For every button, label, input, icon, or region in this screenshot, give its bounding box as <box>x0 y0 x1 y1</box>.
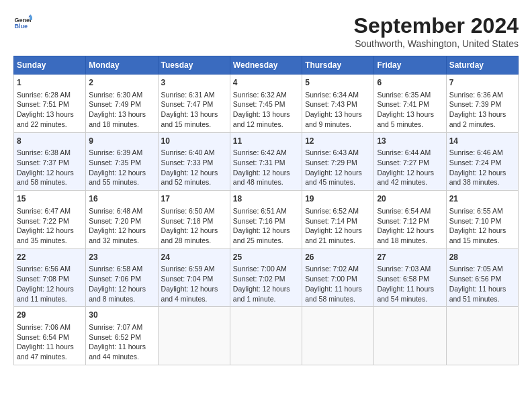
calendar-week-row: 22Sunrise: 6:56 AMSunset: 7:08 PMDayligh… <box>14 248 519 307</box>
sunrise-text: Sunrise: 6:51 AM <box>233 207 287 215</box>
calendar-cell: 9Sunrise: 6:39 AMSunset: 7:35 PMDaylight… <box>86 132 158 191</box>
sunrise-text: Sunrise: 6:42 AM <box>233 148 287 156</box>
calendar-cell: 15Sunrise: 6:47 AMSunset: 7:22 PMDayligh… <box>14 191 86 249</box>
day-number: 25 <box>233 252 299 263</box>
daylight-text: Daylight: 11 hours and 58 minutes. <box>305 285 362 303</box>
day-number: 8 <box>17 136 83 147</box>
calendar-cell <box>446 307 518 365</box>
sunrise-text: Sunrise: 6:30 AM <box>89 91 142 99</box>
day-number: 4 <box>233 77 299 89</box>
calendar-cell <box>158 307 230 365</box>
sunset-text: Sunset: 7:00 PM <box>305 275 357 283</box>
sunset-text: Sunset: 7:06 PM <box>89 275 141 283</box>
sunrise-text: Sunrise: 6:56 AM <box>17 265 71 273</box>
sunset-text: Sunset: 7:20 PM <box>89 217 141 225</box>
day-number: 12 <box>305 136 371 147</box>
calendar-cell: 14Sunrise: 6:46 AMSunset: 7:24 PMDayligh… <box>446 132 518 191</box>
day-number: 3 <box>161 77 227 89</box>
column-header-monday: Monday <box>86 56 158 75</box>
calendar-cell: 16Sunrise: 6:48 AMSunset: 7:20 PMDayligh… <box>86 191 158 249</box>
sunset-text: Sunset: 7:35 PM <box>89 158 141 167</box>
daylight-text: Daylight: 12 hours and 38 minutes. <box>449 169 506 187</box>
column-header-sunday: Sunday <box>14 56 86 75</box>
sunset-text: Sunset: 7:18 PM <box>161 217 214 225</box>
sunset-text: Sunset: 7:39 PM <box>449 100 502 108</box>
calendar-cell <box>230 307 302 365</box>
daylight-text: Daylight: 12 hours and 55 minutes. <box>89 169 146 187</box>
calendar-week-row: 8Sunrise: 6:38 AMSunset: 7:37 PMDaylight… <box>14 132 519 191</box>
day-number: 23 <box>89 252 154 263</box>
column-header-thursday: Thursday <box>302 56 374 75</box>
day-number: 2 <box>89 77 154 89</box>
sunset-text: Sunset: 7:16 PM <box>233 217 285 225</box>
sunrise-text: Sunrise: 6:34 AM <box>305 91 359 99</box>
page-header: General Blue September 2024 Southworth, … <box>13 13 519 49</box>
daylight-text: Daylight: 12 hours and 8 minutes. <box>89 285 146 303</box>
calendar-cell: 3Sunrise: 6:31 AMSunset: 7:47 PMDaylight… <box>158 75 230 133</box>
daylight-text: Daylight: 11 hours and 51 minutes. <box>449 285 506 303</box>
sunrise-text: Sunrise: 6:58 AM <box>89 265 142 273</box>
daylight-text: Daylight: 12 hours and 1 minute. <box>233 285 290 303</box>
daylight-text: Daylight: 12 hours and 25 minutes. <box>233 226 290 244</box>
day-number: 29 <box>17 310 83 321</box>
calendar-cell: 27Sunrise: 7:03 AMSunset: 6:58 PMDayligh… <box>374 248 446 307</box>
sunset-text: Sunset: 6:58 PM <box>377 275 429 283</box>
daylight-text: Daylight: 12 hours and 28 minutes. <box>161 226 218 244</box>
calendar-header-row: SundayMondayTuesdayWednesdayThursdayFrid… <box>14 56 519 75</box>
day-number: 28 <box>449 252 515 263</box>
svg-text:Blue: Blue <box>14 23 28 30</box>
calendar-cell: 29Sunrise: 7:06 AMSunset: 6:54 PMDayligh… <box>14 307 86 365</box>
sunrise-text: Sunrise: 6:31 AM <box>161 91 215 99</box>
sunrise-text: Sunrise: 7:03 AM <box>377 265 431 273</box>
daylight-text: Daylight: 12 hours and 45 minutes. <box>305 169 362 187</box>
title-section: September 2024 Southworth, Washington, U… <box>354 13 519 49</box>
sunrise-text: Sunrise: 6:35 AM <box>377 91 431 99</box>
sunset-text: Sunset: 7:33 PM <box>161 158 214 167</box>
sunrise-text: Sunrise: 6:55 AM <box>449 207 503 215</box>
calendar-cell: 24Sunrise: 6:59 AMSunset: 7:04 PMDayligh… <box>158 248 230 307</box>
sunset-text: Sunset: 7:10 PM <box>449 217 502 225</box>
calendar-cell: 30Sunrise: 7:07 AMSunset: 6:52 PMDayligh… <box>86 307 158 365</box>
sunset-text: Sunset: 7:37 PM <box>17 158 69 167</box>
sunrise-text: Sunrise: 6:40 AM <box>161 148 215 156</box>
daylight-text: Daylight: 12 hours and 48 minutes. <box>233 169 290 187</box>
daylight-text: Daylight: 12 hours and 35 minutes. <box>17 226 74 244</box>
sunrise-text: Sunrise: 7:02 AM <box>305 265 359 273</box>
calendar-table: SundayMondayTuesdayWednesdayThursdayFrid… <box>13 56 519 365</box>
sunset-text: Sunset: 7:22 PM <box>17 217 69 225</box>
daylight-text: Daylight: 13 hours and 9 minutes. <box>305 110 362 128</box>
sunrise-text: Sunrise: 6:36 AM <box>449 91 503 99</box>
daylight-text: Daylight: 12 hours and 42 minutes. <box>377 169 434 187</box>
sunset-text: Sunset: 7:08 PM <box>17 275 69 283</box>
sunrise-text: Sunrise: 6:54 AM <box>377 207 431 215</box>
calendar-cell: 17Sunrise: 6:50 AMSunset: 7:18 PMDayligh… <box>158 191 230 249</box>
calendar-week-row: 1Sunrise: 6:28 AMSunset: 7:51 PMDaylight… <box>14 75 519 133</box>
day-number: 5 <box>305 77 371 89</box>
day-number: 13 <box>377 136 443 147</box>
calendar-cell: 4Sunrise: 6:32 AMSunset: 7:45 PMDaylight… <box>230 75 302 133</box>
calendar-cell: 22Sunrise: 6:56 AMSunset: 7:08 PMDayligh… <box>14 248 86 307</box>
sunrise-text: Sunrise: 6:32 AM <box>233 91 287 99</box>
calendar-cell: 25Sunrise: 7:00 AMSunset: 7:02 PMDayligh… <box>230 248 302 307</box>
sunset-text: Sunset: 7:47 PM <box>161 100 214 108</box>
calendar-cell: 18Sunrise: 6:51 AMSunset: 7:16 PMDayligh… <box>230 191 302 249</box>
day-number: 16 <box>89 193 154 205</box>
calendar-week-row: 29Sunrise: 7:06 AMSunset: 6:54 PMDayligh… <box>14 307 519 365</box>
sunrise-text: Sunrise: 7:05 AM <box>449 265 503 273</box>
calendar-cell: 21Sunrise: 6:55 AMSunset: 7:10 PMDayligh… <box>446 191 518 249</box>
sunrise-text: Sunrise: 6:48 AM <box>89 207 142 215</box>
day-number: 22 <box>17 252 83 263</box>
sunset-text: Sunset: 7:43 PM <box>305 100 357 108</box>
day-number: 20 <box>377 193 443 205</box>
sunrise-text: Sunrise: 6:47 AM <box>17 207 71 215</box>
calendar-cell: 20Sunrise: 6:54 AMSunset: 7:12 PMDayligh… <box>374 191 446 249</box>
sunrise-text: Sunrise: 6:38 AM <box>17 148 71 156</box>
column-header-wednesday: Wednesday <box>230 56 302 75</box>
daylight-text: Daylight: 13 hours and 2 minutes. <box>449 110 506 128</box>
month-title: September 2024 <box>354 13 519 38</box>
calendar-cell <box>374 307 446 365</box>
daylight-text: Daylight: 12 hours and 52 minutes. <box>161 169 218 187</box>
sunrise-text: Sunrise: 6:59 AM <box>161 265 215 273</box>
daylight-text: Daylight: 12 hours and 32 minutes. <box>89 226 146 244</box>
column-header-friday: Friday <box>374 56 446 75</box>
